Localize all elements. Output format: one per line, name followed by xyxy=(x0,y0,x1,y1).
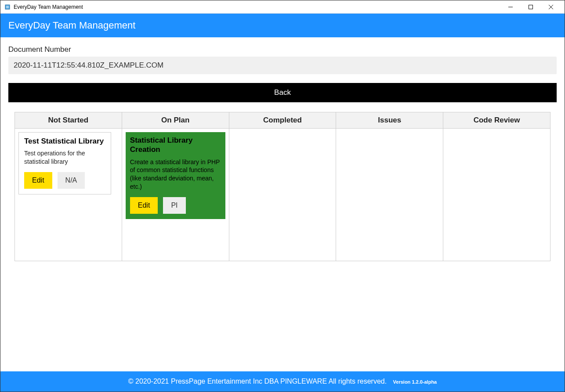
card-test-statistical-library[interactable]: Test Statistical Library Test operations… xyxy=(18,132,111,194)
column-header-code-review: Code Review xyxy=(443,112,550,129)
column-body-on-plan: Statistical Library Creation Create a st… xyxy=(122,129,229,261)
window-controls xyxy=(500,0,561,14)
footer: © 2020-2021 PressPage Entertainment Inc … xyxy=(0,371,565,392)
svg-rect-5 xyxy=(529,5,533,9)
window-title: EveryDay Team Management xyxy=(14,4,500,10)
card-title: Statistical Library Creation xyxy=(130,136,221,155)
secondary-button[interactable]: PI xyxy=(163,197,185,214)
minimize-button[interactable] xyxy=(500,0,521,14)
close-button[interactable] xyxy=(541,0,561,14)
column-body-code-review xyxy=(443,129,550,261)
column-header-completed: Completed xyxy=(229,112,336,129)
column-code-review: Code Review xyxy=(443,112,550,261)
column-header-issues: Issues xyxy=(336,112,443,129)
column-body-not-started: Test Statistical Library Test operations… xyxy=(15,129,122,261)
column-completed: Completed xyxy=(229,112,337,261)
card-title: Test Statistical Library xyxy=(24,137,105,146)
secondary-button[interactable]: N/A xyxy=(58,172,85,189)
card-actions: Edit N/A xyxy=(24,172,105,189)
document-number-value: 2020-11-11T12:55:44.810Z_EXAMPLE.COM xyxy=(8,57,557,74)
card-description: Test operations for the statistical libr… xyxy=(24,149,105,166)
column-not-started: Not Started Test Statistical Library Tes… xyxy=(15,112,122,261)
column-body-completed xyxy=(229,129,336,261)
column-header-on-plan: On Plan xyxy=(122,112,229,129)
column-body-issues xyxy=(336,129,443,261)
footer-version: Version 1.2.0-alpha xyxy=(393,379,437,385)
back-button[interactable]: Back xyxy=(8,83,557,102)
kanban-board: Not Started Test Statistical Library Tes… xyxy=(14,112,551,261)
maximize-button[interactable] xyxy=(521,0,541,14)
app-title: EveryDay Team Management xyxy=(8,20,135,31)
card-actions: Edit PI xyxy=(130,197,221,214)
column-header-not-started: Not Started xyxy=(15,112,122,129)
column-on-plan: On Plan Statistical Library Creation Cre… xyxy=(122,112,229,261)
edit-button[interactable]: Edit xyxy=(130,197,158,214)
main-content: Document Number 2020-11-11T12:55:44.810Z… xyxy=(0,37,565,371)
window-titlebar: EveryDay Team Management xyxy=(0,0,565,14)
footer-copyright: © 2020-2021 PressPage Entertainment Inc … xyxy=(128,378,387,385)
app-icon xyxy=(4,4,11,11)
app-header: EveryDay Team Management xyxy=(0,14,565,37)
edit-button[interactable]: Edit xyxy=(24,172,52,189)
card-statistical-library-creation[interactable]: Statistical Library Creation Create a st… xyxy=(126,132,225,219)
card-description: Create a statistical library in PHP of c… xyxy=(130,158,221,191)
column-issues: Issues xyxy=(336,112,443,261)
document-number-label: Document Number xyxy=(8,45,557,54)
